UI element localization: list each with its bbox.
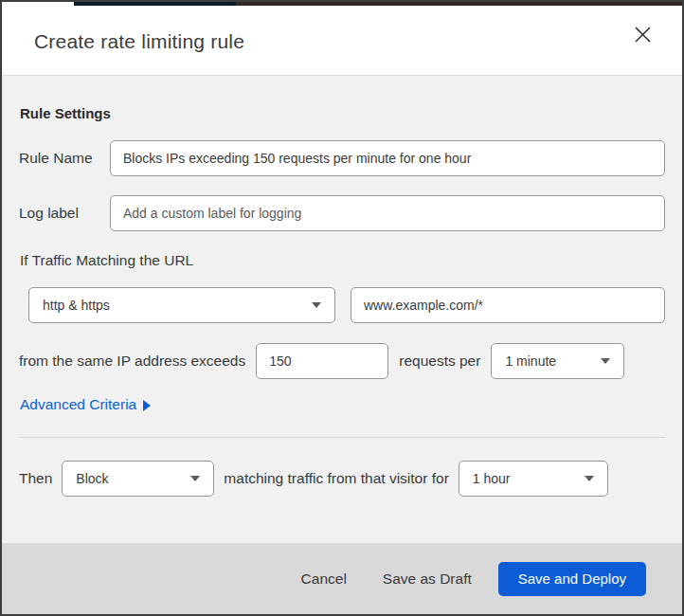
save-and-deploy-button[interactable]: Save and Deploy <box>498 562 646 596</box>
rule-name-input[interactable] <box>110 140 665 176</box>
cancel-button[interactable]: Cancel <box>292 563 356 595</box>
duration-select[interactable]: 1 hour <box>459 461 608 497</box>
requests-per-label: requests per <box>399 353 480 370</box>
advanced-criteria-label: Advanced Criteria <box>20 396 136 413</box>
rule-name-label: Rule Name <box>19 150 110 167</box>
create-rate-limiting-rule-dialog: Create rate limiting rule Rule Settings … <box>0 0 684 616</box>
log-label-input[interactable] <box>110 195 665 231</box>
chevron-down-icon <box>601 358 610 364</box>
chevron-down-icon <box>585 476 594 481</box>
chevron-down-icon <box>190 476 200 481</box>
request-count-input[interactable] <box>256 343 388 379</box>
section-divider <box>19 437 665 438</box>
advanced-criteria-link[interactable]: Advanced Criteria <box>20 394 151 415</box>
save-as-draft-button[interactable]: Save as Draft <box>373 563 481 595</box>
action-select-value: Block <box>76 471 108 486</box>
exceeds-label: from the same IP address exceeds <box>19 353 245 370</box>
dialog-footer: Cancel Save as Draft Save and Deploy <box>2 543 682 614</box>
duration-select-value: 1 hour <box>473 471 511 486</box>
log-label-row: Log label <box>19 195 665 231</box>
scheme-select[interactable]: http & https <box>28 287 335 323</box>
then-label: Then <box>19 470 52 487</box>
close-button[interactable] <box>628 20 657 49</box>
action-row: Then Block matching traffic from that vi… <box>19 461 665 497</box>
scheme-select-value: http & https <box>43 298 110 313</box>
background-page-strip-navy <box>74 2 236 6</box>
rule-name-row: Rule Name <box>19 140 665 176</box>
rule-settings-heading: Rule Settings <box>20 105 665 121</box>
dialog-body: Rule Settings Rule Name Log label If Tra… <box>2 76 682 543</box>
dialog-header: Create rate limiting rule <box>2 2 682 76</box>
url-match-row: http & https <box>19 287 665 323</box>
period-select-value: 1 minute <box>505 353 556 369</box>
arrow-right-icon <box>143 400 151 411</box>
period-select[interactable]: 1 minute <box>491 343 624 379</box>
log-label-label: Log label <box>19 205 110 222</box>
threshold-row: from the same IP address exceeds request… <box>19 343 665 379</box>
chevron-down-icon <box>312 302 321 308</box>
background-page-strip-brown <box>236 2 682 6</box>
duration-label: matching traffic from that visitor for <box>224 470 448 487</box>
url-pattern-input[interactable] <box>351 287 665 323</box>
traffic-match-heading: If Traffic Matching the URL <box>20 252 665 269</box>
dialog-title: Create rate limiting rule <box>34 30 244 53</box>
action-select[interactable]: Block <box>62 461 214 497</box>
close-icon <box>634 32 652 46</box>
